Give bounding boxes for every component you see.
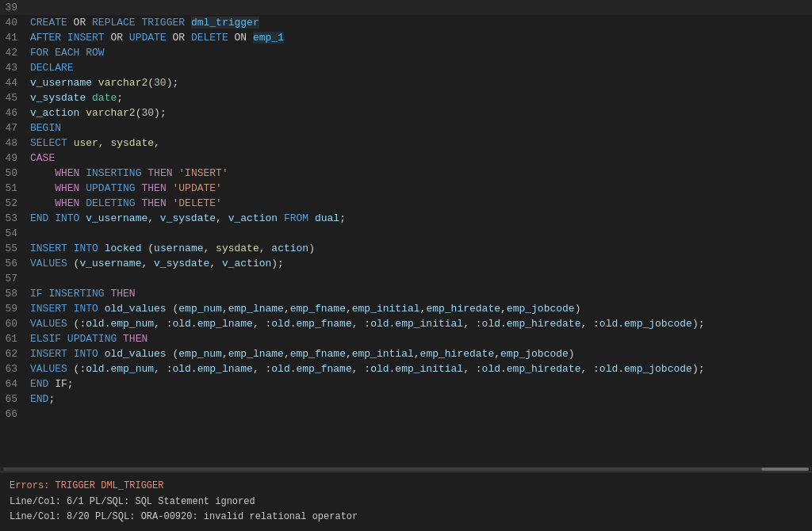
code-line: 56VALUES (v_username, v_sysdate, v_actio…: [0, 256, 812, 271]
line-content: INSERT INTO locked (username, sysdate, a…: [30, 241, 812, 256]
line-number: 47: [0, 120, 30, 136]
line-number: 48: [0, 136, 30, 151]
code-line: 64END IF;: [0, 376, 812, 392]
line-content: VALUES (:old.emp_num, :old.emp_lname, :o…: [30, 316, 812, 331]
line-number: 40: [0, 15, 30, 30]
line-content: WHEN UPDATING THEN 'UPDATE': [30, 181, 812, 196]
code-line: 59INSERT INTO old_values (emp_num,emp_ln…: [0, 301, 812, 316]
code-line: 58IF INSERTING THEN: [0, 286, 812, 301]
line-number: 66: [0, 407, 30, 422]
line-content: v_sysdate date;: [30, 90, 812, 105]
line-number: 43: [0, 60, 30, 75]
line-number: 65: [0, 392, 30, 407]
code-line: 51 WHEN UPDATING THEN 'UPDATE': [0, 181, 812, 196]
line-content: ELSIF UPDATING THEN: [30, 331, 812, 346]
line-content: WHEN INSERTING THEN 'INSERT': [30, 166, 812, 181]
line-number: 60: [0, 316, 30, 331]
code-line: 46v_action varchar2(30);: [0, 105, 812, 120]
line-number: 54: [0, 226, 30, 241]
code-line: 47BEGIN: [0, 120, 812, 136]
code-line: 54: [0, 226, 812, 241]
line-content: WHEN DELETING THEN 'DELETE': [30, 196, 812, 211]
error-panel: Errors: TRIGGER DML_TRIGGER Line/Col: 6/…: [0, 472, 812, 531]
line-content: INSERT INTO old_values (emp_num,emp_lnam…: [30, 301, 812, 316]
code-line: 53END INTO v_username, v_sysdate, v_acti…: [0, 211, 812, 226]
editor-area: 3940CREATE OR REPLACE TRIGGER dml_trigge…: [0, 0, 812, 472]
line-content: CASE: [30, 151, 812, 166]
line-content: VALUES (:old.emp_num, :old.emp_lname, :o…: [30, 361, 812, 376]
code-line: 49CASE: [0, 151, 812, 166]
code-line: 66: [0, 407, 812, 422]
line-number: 55: [0, 241, 30, 256]
code-line: 65END;: [0, 392, 812, 407]
line-number: 41: [0, 30, 30, 45]
error-title: Errors: TRIGGER DML_TRIGGER: [10, 479, 802, 494]
code-line: 61ELSIF UPDATING THEN: [0, 331, 812, 346]
code-line: 62INSERT INTO old_values (emp_num,emp_ln…: [0, 346, 812, 361]
code-line: 52 WHEN DELETING THEN 'DELETE': [0, 196, 812, 211]
line-content: v_action varchar2(30);: [30, 105, 812, 120]
line-content: CREATE OR REPLACE TRIGGER dml_trigger: [30, 15, 812, 30]
code-line: 41AFTER INSERT OR UPDATE OR DELETE ON em…: [0, 30, 812, 45]
error-line-1: Line/Col: 6/1 PL/SQL: SQL Statement igno…: [10, 495, 802, 510]
line-content: INSERT INTO old_values (emp_num,emp_lnam…: [30, 346, 812, 361]
code-line: 40CREATE OR REPLACE TRIGGER dml_trigger: [0, 15, 812, 30]
line-content: IF INSERTING THEN: [30, 286, 812, 301]
line-number: 46: [0, 105, 30, 120]
code-line: 45v_sysdate date;: [0, 90, 812, 105]
line-number: 45: [0, 90, 30, 105]
line-number: 61: [0, 331, 30, 346]
line-content: AFTER INSERT OR UPDATE OR DELETE ON emp_…: [30, 30, 812, 45]
line-number: 63: [0, 361, 30, 376]
line-content: v_username varchar2(30);: [30, 75, 812, 90]
scrollbar-thumb[interactable]: [761, 468, 809, 471]
error-line-2: Line/Col: 8/20 PL/SQL: ORA-00920: invali…: [10, 510, 802, 525]
line-content: SELECT user, sysdate,: [30, 136, 812, 151]
line-number: 53: [0, 211, 30, 226]
line-number: 51: [0, 181, 30, 196]
scrollbar-track[interactable]: [3, 468, 809, 471]
line-number: 39: [0, 0, 30, 15]
code-line: 43DECLARE: [0, 60, 812, 75]
code-line: 48SELECT user, sysdate,: [0, 136, 812, 151]
line-number: 42: [0, 45, 30, 60]
line-content: DECLARE: [30, 60, 812, 75]
code-line: 60VALUES (:old.emp_num, :old.emp_lname, …: [0, 316, 812, 331]
code-line: 42FOR EACH ROW: [0, 45, 812, 60]
line-number: 58: [0, 286, 30, 301]
line-content: END INTO v_username, v_sysdate, v_action…: [30, 211, 812, 226]
line-number: 44: [0, 75, 30, 90]
line-content: END;: [30, 392, 812, 407]
code-line: 44v_username varchar2(30);: [0, 75, 812, 90]
line-number: 57: [0, 271, 30, 286]
code-line: 55INSERT INTO locked (username, sysdate,…: [0, 241, 812, 256]
code-line: 63VALUES (:old.emp_num, :old.emp_lname, …: [0, 361, 812, 376]
line-content: VALUES (v_username, v_sysdate, v_action)…: [30, 256, 812, 271]
code-line: 57: [0, 271, 812, 286]
line-number: 49: [0, 151, 30, 166]
line-number: 59: [0, 301, 30, 316]
line-number: 62: [0, 346, 30, 361]
code-line: 50 WHEN INSERTING THEN 'INSERT': [0, 166, 812, 181]
code-container[interactable]: 3940CREATE OR REPLACE TRIGGER dml_trigge…: [0, 0, 812, 467]
line-content: FOR EACH ROW: [30, 45, 812, 60]
line-number: 52: [0, 196, 30, 211]
line-content: END IF;: [30, 376, 812, 392]
line-content: BEGIN: [30, 120, 812, 136]
line-number: 50: [0, 166, 30, 181]
code-line: 39: [0, 0, 812, 15]
line-number: 56: [0, 256, 30, 271]
line-number: 64: [0, 376, 30, 392]
